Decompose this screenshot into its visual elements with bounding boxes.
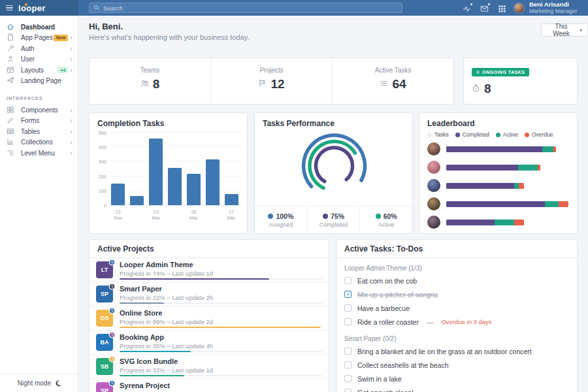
y-tick-label: 400 [98, 144, 106, 150]
project-tile: SP [96, 382, 113, 392]
project-row-looper-admin-theme[interactable]: LTLooper Admin ThemeProgress in 74% – La… [90, 258, 329, 282]
period-select-button[interactable]: This Week ▾ [541, 24, 588, 37]
bar [149, 139, 163, 205]
bar-column [224, 133, 238, 205]
bar-chart-x-axis: 21 Mar23 Mar25 Mar27 Mar [109, 209, 240, 221]
bar [187, 174, 201, 205]
bar [130, 196, 144, 205]
segment-completed [446, 146, 542, 152]
sidebar-item-level-menu[interactable]: Level Menu› [0, 148, 78, 159]
todo-text: Collect seashells at the beach [357, 361, 449, 369]
segment-active [495, 220, 514, 225]
sidebar-item-app-pages[interactable]: App PagesNew› [0, 33, 78, 44]
sidebar-item-auth[interactable]: Auth› [0, 43, 78, 54]
segment-active [545, 201, 559, 207]
sidebar-item-collections[interactable]: Collections› [0, 137, 78, 148]
project-row-smart-paper[interactable]: SPSmart PaperProgress in 22% – Last upda… [90, 282, 329, 306]
sidebar-item-user[interactable]: User› [0, 54, 78, 65]
sidebar-item-layouts[interactable]: Layouts+4› [0, 65, 78, 76]
layout-icon [7, 66, 15, 74]
night-mode-toggle[interactable]: Night mode [0, 374, 78, 392]
segment-completed [446, 201, 545, 207]
bar [168, 168, 182, 205]
project-row-booking-app[interactable]: BABooking AppProgress in 35% – Last upda… [90, 331, 329, 355]
level-menu-icon [7, 149, 15, 157]
project-meta: Progress in 74% – Last update 1d [120, 270, 213, 277]
project-tile: OS [96, 310, 113, 327]
todo-checkbox[interactable] [344, 375, 351, 382]
sidebar-item-label: User [21, 56, 70, 63]
legend-dot [496, 133, 500, 137]
stat-value: 8 [153, 77, 160, 91]
legend-percent: 100% [276, 212, 293, 220]
project-tile: LT [96, 261, 113, 278]
leaderboard-legend-overdue: Overdue [525, 131, 553, 138]
pulse-icon[interactable] [463, 4, 471, 12]
todo-checkbox[interactable] [344, 304, 351, 312]
badge-dot-icon [476, 71, 480, 74]
y-tick-label: 0 [104, 203, 106, 208]
bar-column [205, 133, 220, 205]
stacked-bar-track [446, 165, 570, 171]
stat-teams: Teams8 [90, 58, 210, 104]
mail-icon[interactable] [480, 4, 489, 12]
legend-label: Completed [463, 131, 489, 138]
stacked-bar-track [446, 183, 570, 189]
sidebar-item-label: Level Menu [21, 150, 70, 157]
completion-tasks-card: Completion Tasks 0100200300400500 21 Mar… [89, 112, 248, 234]
y-tick-label: 200 [98, 173, 106, 179]
project-row-svg-icon-bundle[interactable]: SBSVG Icon BundleProgress in 32% – Last … [90, 355, 329, 379]
x-tick-label: 27 Mar [224, 209, 238, 221]
y-tick-label: 100 [98, 188, 106, 193]
user-menu[interactable]: Beni Arisandi Marketing Manager [514, 0, 577, 16]
search-input[interactable]: Search [89, 3, 402, 13]
legend-dot [427, 133, 432, 137]
project-meta: Progress in 22% – Last update 2h [120, 294, 213, 301]
segment-overdue [538, 165, 540, 171]
project-name: SVG Icon Bundle [120, 357, 178, 365]
sidebar-section-title: INTERFACES [0, 86, 78, 105]
bars [109, 133, 240, 205]
stat-active-tasks: Active Tasks64 [332, 58, 453, 104]
sidebar-item-forms[interactable]: Forms› [0, 116, 78, 127]
segment-active [518, 165, 538, 171]
sidebar-item-landing-page[interactable]: Landing Page [0, 76, 78, 87]
wrench-icon [7, 44, 15, 53]
todo-checkbox[interactable] [344, 361, 351, 368]
active-todos-title: Active Tasks: To-Dos [336, 240, 577, 258]
sidebar-item-dashboard[interactable]: Dashboard [0, 22, 78, 33]
project-row-online-store[interactable]: OSOnline StoreProgress in 99% – Last upd… [90, 306, 329, 331]
stacked-bar [446, 220, 524, 225]
apps-grid-icon[interactable] [498, 4, 506, 12]
sidebar-item-label: Components [21, 106, 70, 114]
todo-text: Swim in a lake [357, 375, 402, 383]
stat-label: Active Tasks [375, 67, 411, 74]
todo-checkbox[interactable] [344, 277, 351, 284]
x-tick-label [205, 209, 220, 221]
todo-checkbox[interactable] [344, 389, 351, 392]
legend-completed: 75%Completed [307, 206, 360, 233]
legend-active: 60%Active [359, 206, 412, 233]
sidebar-item-tables[interactable]: Tables› [0, 126, 78, 137]
x-tick-label: 25 Mar [186, 209, 201, 221]
legend-dot [323, 214, 328, 219]
menu-toggle-icon[interactable] [6, 5, 13, 11]
stopwatch-icon [472, 83, 480, 95]
stacked-bar [446, 183, 524, 189]
todo-checkbox[interactable] [344, 291, 351, 298]
project-meta: Progress in 32% – Last update 1d [120, 367, 213, 374]
sidebar-item-components[interactable]: Components› [0, 105, 78, 116]
user-icon [7, 55, 15, 63]
sidebar-item-label: Forms [21, 117, 70, 124]
ongoing-badge-label: ONGOING TASKS [482, 70, 525, 74]
project-name: Syrena Project [120, 382, 170, 389]
legend-label: Assigned [269, 221, 293, 228]
todo-item: Eat corn on the cob [336, 274, 577, 287]
todo-checkbox[interactable] [344, 348, 351, 355]
todo-text: Eat corn on the cob [357, 277, 417, 285]
leaderboard-row [427, 161, 570, 174]
project-row-syrena-project[interactable]: SPSyrena ProjectProgress in 93% – Last u… [90, 379, 329, 392]
sidebar-item-label: Auth [21, 45, 70, 52]
todo-checkbox[interactable] [344, 318, 351, 325]
x-tick-label: 23 Mar [149, 209, 163, 221]
